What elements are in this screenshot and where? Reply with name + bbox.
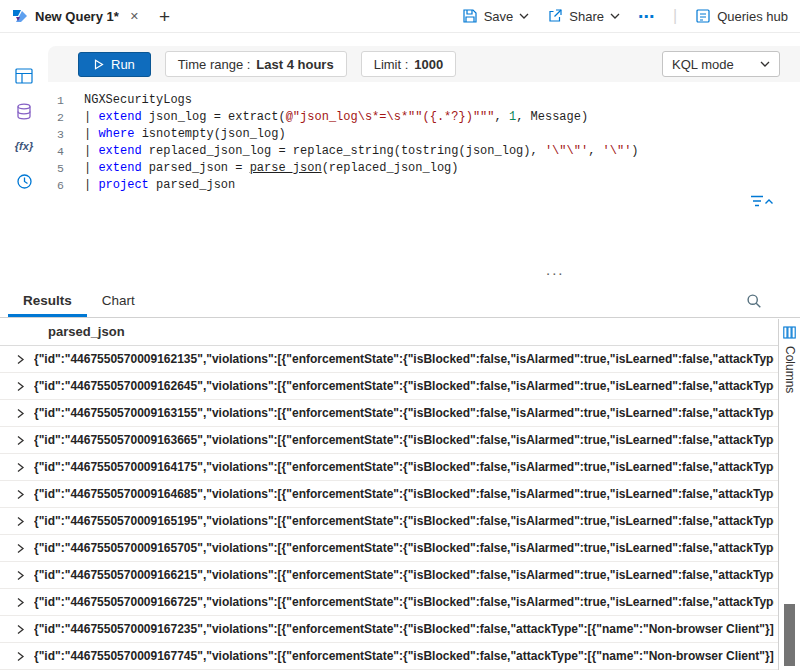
results-panel: Results Chart parsed_json {"id":"4467550… xyxy=(0,282,800,671)
columns-panel-label: Columns xyxy=(783,346,797,393)
chevron-down-icon xyxy=(760,61,770,67)
play-icon xyxy=(94,59,104,70)
expand-row-chevron-icon[interactable] xyxy=(0,381,34,392)
expand-row-chevron-icon[interactable] xyxy=(0,489,34,500)
parsed-json-cell[interactable]: {"id":"4467550570009162135","violations"… xyxy=(34,352,774,366)
expand-row-chevron-icon[interactable] xyxy=(0,597,34,608)
code-text: | extend json_log = extract(@"json_log\s… xyxy=(84,109,588,126)
limit-picker[interactable]: Limit : 1000 xyxy=(361,51,457,77)
parsed-json-cell[interactable]: {"id":"4467550570009164685","violations"… xyxy=(34,487,774,501)
editor-line[interactable]: 4| extend replaced_json_log = replace_st… xyxy=(48,143,800,160)
expand-row-chevron-icon[interactable] xyxy=(0,570,34,581)
queries-hub-icon xyxy=(695,8,711,24)
parsed-json-cell[interactable]: {"id":"4467550570009166215","violations"… xyxy=(34,568,774,582)
resizer-handle-icon[interactable]: ... xyxy=(546,261,565,278)
share-button[interactable]: Share xyxy=(547,8,620,24)
save-icon xyxy=(462,8,478,24)
fx-icon-text: {fx} xyxy=(15,140,33,152)
chevron-down-icon xyxy=(519,13,529,19)
share-icon xyxy=(547,8,563,24)
adx-logo-icon xyxy=(12,8,28,24)
vertical-scrollbar-thumb[interactable] xyxy=(784,604,795,666)
query-tab[interactable]: New Query 1* ✕ xyxy=(8,6,143,26)
editor-line[interactable]: 2| extend json_log = extract(@"json_log\… xyxy=(48,109,800,126)
panel-resizer[interactable]: ... xyxy=(0,269,800,282)
share-label: Share xyxy=(569,9,604,24)
divider: | xyxy=(673,7,677,25)
line-number: 1 xyxy=(48,92,76,109)
limit-label: Limit : xyxy=(374,57,409,72)
table-row[interactable]: {"id":"4467550570009162645","violations"… xyxy=(0,373,800,400)
editor-line[interactable]: 3| where isnotempty(json_log) xyxy=(48,126,800,143)
parsed-json-cell[interactable]: {"id":"4467550570009165195","violations"… xyxy=(34,514,774,528)
history-clock-icon[interactable] xyxy=(13,171,35,191)
expand-row-chevron-icon[interactable] xyxy=(0,651,34,662)
columns-panel-tab[interactable]: Columns xyxy=(778,319,800,670)
parsed-json-cell[interactable]: {"id":"4467550570009164175","violations"… xyxy=(34,460,774,474)
table-row[interactable]: {"id":"4467550570009165195","violations"… xyxy=(0,508,800,535)
code-text: | project parsed_json xyxy=(84,177,235,194)
parsed-json-cell[interactable]: {"id":"4467550570009163155","violations"… xyxy=(34,406,774,420)
new-tab-button[interactable]: + xyxy=(159,7,170,26)
kql-mode-select[interactable]: KQL mode xyxy=(662,51,780,77)
table-row[interactable]: {"id":"4467550570009166725","violations"… xyxy=(0,589,800,616)
column-header-label: parsed_json xyxy=(48,324,125,339)
save-label: Save xyxy=(484,9,514,24)
parsed-json-cell[interactable]: {"id":"4467550570009162645","violations"… xyxy=(34,379,774,393)
tab-results[interactable]: Results xyxy=(8,285,87,317)
expand-row-chevron-icon[interactable] xyxy=(0,462,34,473)
table-row[interactable]: {"id":"4467550570009164175","violations"… xyxy=(0,454,800,481)
line-number: 6 xyxy=(48,177,76,194)
save-button[interactable]: Save xyxy=(462,8,530,24)
parsed-json-cell[interactable]: {"id":"4467550570009167745","violations"… xyxy=(34,649,774,663)
expand-row-chevron-icon[interactable] xyxy=(0,543,34,554)
results-tabs: Results Chart xyxy=(0,282,800,318)
editor-lines: 1NGXSecurityLogs2| extend json_log = ext… xyxy=(48,92,800,194)
code-text: | where isnotempty(json_log) xyxy=(84,126,286,143)
tab-area: New Query 1* ✕ + xyxy=(8,6,170,26)
editor-line[interactable]: 5| extend parsed_json = parse_json(repla… xyxy=(48,160,800,177)
table-row[interactable]: {"id":"4467550570009163665","violations"… xyxy=(0,427,800,454)
expand-row-chevron-icon[interactable] xyxy=(0,516,34,527)
chevron-down-icon xyxy=(610,13,620,19)
query-editor[interactable]: 1NGXSecurityLogs2| extend json_log = ext… xyxy=(48,82,800,194)
table-row[interactable]: {"id":"4467550570009163155","violations"… xyxy=(0,400,800,427)
functions-icon[interactable]: {fx} xyxy=(13,136,35,156)
code-text: | extend parsed_json = parse_json(replac… xyxy=(84,160,459,177)
line-number: 4 xyxy=(48,143,76,160)
close-tab-icon[interactable]: ✕ xyxy=(130,10,139,23)
line-number: 5 xyxy=(48,160,76,177)
table-row[interactable]: {"id":"4467550570009165705","violations"… xyxy=(0,535,800,562)
table-row[interactable]: {"id":"4467550570009164685","violations"… xyxy=(0,481,800,508)
table-row[interactable]: {"id":"4467550570009167745","violations"… xyxy=(0,643,800,670)
database-icon[interactable] xyxy=(13,101,35,121)
parsed-json-cell[interactable]: {"id":"4467550570009167235","violations"… xyxy=(34,622,774,636)
tab-title: New Query 1* xyxy=(35,9,119,24)
expand-row-chevron-icon[interactable] xyxy=(0,354,34,365)
table-row[interactable]: {"id":"4467550570009166215","violations"… xyxy=(0,562,800,589)
query-toolbar: Run Time range : Last 4 hours Limit : 10… xyxy=(48,46,800,82)
tab-chart[interactable]: Chart xyxy=(87,285,150,317)
run-button[interactable]: Run xyxy=(78,52,151,77)
search-icon[interactable] xyxy=(746,293,762,309)
expand-row-chevron-icon[interactable] xyxy=(0,408,34,419)
parsed-json-cell[interactable]: {"id":"4467550570009163665","violations"… xyxy=(34,433,774,447)
time-range-picker[interactable]: Time range : Last 4 hours xyxy=(165,51,347,77)
expand-row-chevron-icon[interactable] xyxy=(0,435,34,446)
query-content: Run Time range : Last 4 hours Limit : 10… xyxy=(48,46,800,269)
column-header-parsed-json[interactable]: parsed_json xyxy=(0,318,800,346)
more-options-button[interactable]: ⋯ xyxy=(638,7,655,26)
table-row[interactable]: {"id":"4467550570009162135","violations"… xyxy=(0,346,800,373)
parsed-json-cell[interactable]: {"id":"4467550570009165705","violations"… xyxy=(34,541,774,555)
connections-table-icon[interactable] xyxy=(13,66,35,86)
table-row[interactable]: {"id":"4467550570009167235","violations"… xyxy=(0,616,800,643)
editor-line[interactable]: 6| project parsed_json xyxy=(48,177,800,194)
code-text: NGXSecurityLogs xyxy=(84,92,192,109)
expand-row-chevron-icon[interactable] xyxy=(0,624,34,635)
queries-hub-button[interactable]: Queries hub xyxy=(695,8,788,24)
line-number: 3 xyxy=(48,126,76,143)
parsed-json-cell[interactable]: {"id":"4467550570009166725","violations"… xyxy=(34,595,774,609)
top-bar: New Query 1* ✕ + Save Share xyxy=(0,0,800,33)
editor-line[interactable]: 1NGXSecurityLogs xyxy=(48,92,800,109)
collapse-editor-icon[interactable] xyxy=(750,194,774,208)
